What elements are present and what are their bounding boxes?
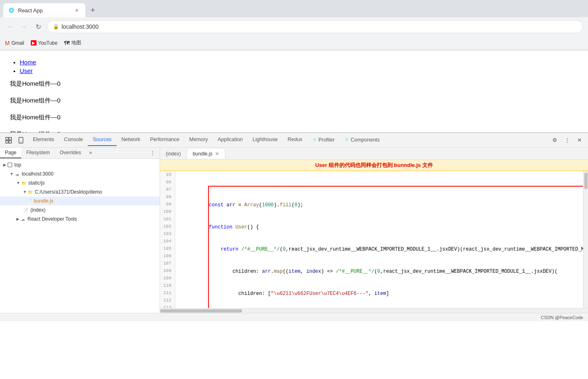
tab-close-button[interactable]: × — [73, 7, 80, 14]
file-icon-bundle: 📄 — [26, 198, 32, 204]
tree-item-bundle-js[interactable]: 📄 bundle.js — [0, 196, 160, 205]
tab-redux[interactable]: Redux — [283, 134, 307, 146]
editor-tab-close-button[interactable]: ✕ — [215, 151, 219, 157]
bookmark-youtube-label: YouTube — [38, 40, 57, 46]
tree-item-static-js[interactable]: ▼ 📁 static/js — [0, 178, 160, 187]
tree-item-index[interactable]: 📄 (index) — [0, 205, 160, 215]
nav-link-user[interactable]: User — [20, 67, 33, 74]
sidebar-more-button[interactable]: ⋮ — [147, 148, 158, 158]
h-scroll-thumb — [160, 309, 242, 313]
line-num-104: 104 — [163, 237, 172, 245]
tab-favicon — [8, 7, 15, 14]
subtab-page[interactable]: Page — [0, 148, 21, 158]
nav-link-home[interactable]: Home — [20, 59, 36, 66]
subtab-overrides[interactable]: Overrides — [55, 148, 86, 158]
line-num-95: 95 — [163, 171, 172, 178]
tree-item-top[interactable]: ▶ top — [0, 160, 160, 169]
editor-tab-index-label: (index) — [166, 151, 181, 157]
expand-icon-rdt: ▶ — [16, 217, 19, 221]
active-tab[interactable]: React App × — [3, 3, 85, 17]
devtools-inspect-button[interactable] — [3, 135, 14, 146]
nav-bar: ← → ↻ 🔒 localhost:3000 — [0, 17, 588, 36]
tree-label-static-js: static/js — [28, 180, 45, 186]
bookmark-gmail-label: Gmail — [11, 40, 24, 46]
folder-icon-demo: 📁 — [27, 189, 33, 195]
line-num-103: 103 — [163, 230, 172, 237]
vertical-scrollbar[interactable] — [583, 171, 588, 308]
tree-item-localhost[interactable]: ▼ ☁ localhost:3000 — [0, 169, 160, 178]
subtab-filesystem[interactable]: Filesystem — [21, 148, 55, 158]
gmail-icon: M — [5, 40, 10, 46]
sources-sidebar: Page Filesystem Overrides » ⋮ ▶ top — [0, 148, 160, 313]
tab-performance[interactable]: Performance — [145, 134, 185, 146]
line-num-97: 97 — [163, 186, 172, 193]
line-num-112: 112 — [163, 297, 172, 304]
scroll-thumb — [584, 173, 588, 189]
devtools-device-button[interactable] — [16, 135, 26, 146]
maps-icon: 🗺 — [64, 40, 70, 46]
tab-console[interactable]: Console — [59, 134, 88, 146]
line-num-100: 100 — [163, 208, 172, 215]
back-button[interactable]: ← — [5, 21, 16, 32]
tab-sources[interactable]: Sources — [88, 134, 117, 146]
code-line-97: return /*#__PURE__*/(0,react_jsx_dev_run… — [209, 246, 583, 253]
sources-subtabs: Page Filesystem Overrides » ⋮ — [0, 148, 160, 159]
youtube-icon: ▶ — [31, 40, 37, 46]
bookmarks-bar: M Gmail ▶ YouTube 🗺 地图 — [0, 36, 588, 50]
expand-icon-static: ▼ — [16, 181, 20, 185]
code-line-96: function User() { — [209, 224, 583, 231]
home-text-2: 我是Home组件---0 — [10, 97, 578, 105]
line-num-96: 96 — [163, 178, 172, 186]
tab-lighthouse[interactable]: Lighthouse — [248, 134, 283, 146]
svg-point-7 — [21, 142, 21, 142]
subtab-more[interactable]: » — [86, 148, 95, 158]
tree-item-react-devtools[interactable]: ▶ ☁ React Developer Tools — [0, 215, 160, 224]
tree-label-top: top — [14, 162, 21, 168]
devtools-topbar: Elements Console Sources Network Perform… — [0, 133, 588, 148]
devtools-settings-button[interactable]: ⚙ — [549, 135, 560, 146]
expand-icon-localhost: ▼ — [10, 172, 14, 176]
tree-label-localhost: localhost:3000 — [22, 171, 53, 177]
address-bar[interactable]: 🔒 localhost:3000 — [47, 20, 583, 33]
devtools-main-panel: Page Filesystem Overrides » ⋮ ▶ top — [0, 148, 588, 313]
tab-profiler[interactable]: ⚛Profiler — [307, 134, 340, 146]
devtools-footer: CSDN @PeaceCode — [0, 313, 588, 321]
browser-chrome: React App × + ← → ↻ 🔒 localhost:3000 M G… — [0, 0, 588, 50]
tree-label-index: (index) — [30, 207, 46, 213]
address-text: localhost:3000 — [62, 23, 98, 30]
code-line-98: children: arr.map((item, index) => /*#__… — [209, 268, 583, 275]
expand-icon-demo: ▼ — [23, 190, 27, 194]
devtools-close-button[interactable]: ✕ — [574, 135, 585, 146]
tab-application[interactable]: Application — [213, 134, 247, 146]
bookmark-gmail[interactable]: M Gmail — [5, 40, 24, 46]
tree-label-demo-folder: C:/Users/a1371/Desktop/demo — [35, 189, 102, 195]
tab-memory[interactable]: Memory — [184, 134, 213, 146]
editor-tab-index[interactable]: (index) — [160, 149, 187, 159]
bookmark-youtube[interactable]: ▶ YouTube — [31, 40, 57, 46]
new-tab-button[interactable]: + — [87, 5, 98, 16]
footer-credit: CSDN @PeaceCode — [541, 315, 583, 320]
line-num-111: 111 — [163, 289, 172, 297]
line-num-101: 101 — [163, 215, 172, 223]
tree-item-demo-folder[interactable]: ▼ 📁 C:/Users/a1371/Desktop/demo — [0, 187, 160, 196]
sources-editor: (index) bundle.js ✕ User 组件的代码也同样会打包到 bu… — [160, 148, 588, 313]
devtools-tabs: Elements Console Sources Network Perform… — [28, 134, 548, 146]
tab-bar: React App × + — [0, 0, 588, 17]
annotation-text: User 组件的代码也同样会打包到 bunndle.js 文件 — [315, 162, 433, 168]
editor-tab-bundle[interactable]: bundle.js ✕ — [187, 149, 225, 159]
reload-button[interactable]: ↻ — [33, 21, 43, 32]
tab-network[interactable]: Network — [117, 134, 145, 146]
tab-elements[interactable]: Elements — [28, 134, 59, 146]
red-border-section: const arr = Array(1000).fill(0); functio… — [208, 186, 583, 308]
svg-rect-4 — [6, 141, 8, 143]
line-num-108: 108 — [163, 267, 172, 274]
horizontal-scrollbar[interactable] — [160, 308, 588, 313]
line-num-102: 102 — [163, 223, 172, 230]
code-editor[interactable]: 95 96 97 98 99 100 101 102 103 104 105 1… — [160, 171, 588, 308]
cloud-icon: ☁ — [14, 171, 20, 177]
devtools-more-button[interactable]: ⋮ — [562, 135, 572, 146]
tab-title: React App — [18, 7, 70, 14]
forward-button[interactable]: → — [19, 21, 30, 32]
bookmark-maps[interactable]: 🗺 地图 — [64, 39, 81, 46]
tab-components[interactable]: ⚛Components — [339, 134, 384, 146]
